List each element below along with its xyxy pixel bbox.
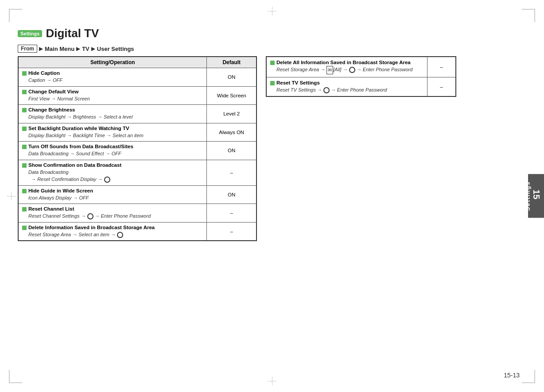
table-row: Set Backlight Duration while Watching TV… [18,123,256,142]
table-cell-setting: Show Confirmation on Data Broadcast Data… [18,160,207,185]
tab-label: Settings [525,181,531,211]
table-cell-setting: Hide Guide in Wide Screen Icon Always Di… [18,185,207,204]
table-row: Hide Guide in Wide Screen Icon Always Di… [18,185,256,204]
breadcrumb-item-2: TV [82,46,89,52]
table-cell-setting: Hide Caption Caption → OFF [18,68,207,87]
breadcrumb-arrow-1: ▶ [39,46,43,52]
row-title-text: Set Backlight Duration while Watching TV [28,126,129,131]
cross-left [7,192,16,200]
green-square-icon [270,81,275,85]
green-square-icon [270,61,275,65]
table-cell-setting: Reset Channel List Reset Channel Setting… [18,204,207,223]
table-row: Show Confirmation on Data Broadcast Data… [18,160,256,185]
green-square-icon [22,163,27,168]
table-cell-setting: Delete Information Saved in Broadcast St… [18,222,207,241]
breadcrumb: From ▶ Main Menu ▶ TV ▶ User Settings [18,45,526,53]
row-sub: Reset Storage Area → ✉[All] → → Enter Ph… [270,66,424,74]
table-cell-default: – [427,57,456,77]
col-header-default: Default [207,57,256,68]
green-square-icon [22,71,27,76]
green-square-icon [22,226,27,230]
row-title-text: Reset TV Settings [276,80,320,85]
green-square-icon [22,145,27,149]
green-square-icon [22,90,27,94]
breadcrumb-from: From [18,45,37,53]
green-square-icon [22,207,27,211]
side-tab: 15 Settings [528,174,544,218]
row-title-text: Delete Information Saved in Broadcast St… [28,225,155,230]
mail-icon: ✉ [326,66,333,74]
corner-mark-tr [522,9,535,22]
page-number: 15-13 [504,372,520,379]
row-title: Hide Guide in Wide Screen [22,188,203,193]
table-cell-default: ON [207,142,256,160]
title-area: Settings Digital TV [18,27,526,40]
row-sub: Icon Always Display → OFF [22,194,203,202]
right-column: Delete All Information Saved in Broadcas… [266,56,456,241]
corner-mark-bl [9,370,22,383]
breadcrumb-item-1: Main Menu [45,46,74,52]
row-title: Hide Caption [22,70,203,76]
row-title-text: Hide Guide in Wide Screen [28,188,93,193]
table-row: Delete All Information Saved in Broadcas… [266,57,456,77]
table-cell-setting: Delete All Information Saved in Broadcas… [266,57,427,77]
table-cell-setting: Change Brightness Display Backlight → Br… [18,105,207,123]
col-header-setting: Setting/Operation [18,57,207,68]
table-row: Reset Channel List Reset Channel Setting… [18,204,256,223]
breadcrumb-arrow-2: ▶ [76,46,80,52]
row-sub: Reset Channel Settings → → Enter Phone P… [22,212,203,220]
breadcrumb-arrow-3: ▶ [91,46,95,52]
row-title: Set Backlight Duration while Watching TV [22,126,203,131]
circle-button-icon [349,67,355,73]
right-settings-table: Delete All Information Saved in Broadcas… [266,56,456,97]
row-title-text: Hide Caption [28,70,60,76]
cross-top [268,7,276,15]
tab-number: 15 [531,189,541,199]
circle-button-icon [117,232,123,238]
row-sub: First View → Normal Screen [22,95,203,103]
table-cell-default: Always ON [207,123,256,142]
row-title: Delete All Information Saved in Broadcas… [270,60,424,65]
table-cell-default: – [427,77,456,96]
page-title: Digital TV [46,27,99,40]
table-cell-default: Wide Screen [207,86,256,105]
settings-badge: Settings [18,30,42,37]
table-cell-setting: Set Backlight Duration while Watching TV… [18,123,207,142]
table-cell-setting: Reset TV Settings Reset TV Settings → → … [266,77,427,96]
table-cell-setting: Change Default View First View → Normal … [18,86,207,105]
circle-button-icon [323,87,330,93]
corner-mark-tl [9,9,22,22]
table-row: Hide Caption Caption → OFF ON [18,68,256,87]
settings-table: Setting/Operation Default Hide Caption [18,56,257,241]
row-title-text: Change Brightness [28,107,75,112]
row-title-text: Change Default View [28,89,79,94]
row-title: Change Default View [22,89,203,94]
breadcrumb-item-3: User Settings [97,46,134,52]
green-square-icon [22,189,27,193]
row-title-text: Turn Off Sounds from Data Broadcast/Site… [28,144,133,149]
table-cell-default: ON [207,185,256,204]
table-row: Reset TV Settings Reset TV Settings → → … [266,77,456,96]
page-container: 15 Settings 15-13 Settings Digital TV Fr… [0,0,544,392]
circle-button-icon [87,213,93,219]
row-title-text: Delete All Information Saved in Broadcas… [276,60,411,65]
table-cell-default: – [207,204,256,223]
row-title: Show Confirmation on Data Broadcast [22,162,203,168]
row-sub: Data Broadcasting → Reset Confirmation D… [22,169,203,183]
row-title: Turn Off Sounds from Data Broadcast/Site… [22,144,203,149]
row-sub: Display Backlight → Brightness → Select … [22,113,203,121]
row-sub: Reset TV Settings → → Enter Phone Passwo… [270,86,424,94]
table-row: Turn Off Sounds from Data Broadcast/Site… [18,142,256,160]
table-cell-default: ON [207,68,256,87]
row-sub: Caption → OFF [22,77,203,84]
green-square-icon [22,108,27,112]
row-title: Reset TV Settings [270,80,424,85]
left-column: Setting/Operation Default Hide Caption [18,56,257,241]
main-content: Setting/Operation Default Hide Caption [18,56,526,241]
row-title: Delete Information Saved in Broadcast St… [22,225,203,230]
cross-bottom [268,377,276,385]
table-cell-default: Level 2 [207,105,256,123]
row-sub: Display Backlight → Backlight Time → Sel… [22,132,203,139]
table-cell-setting: Turn Off Sounds from Data Broadcast/Site… [18,142,207,160]
table-row: Change Default View First View → Normal … [18,86,256,105]
